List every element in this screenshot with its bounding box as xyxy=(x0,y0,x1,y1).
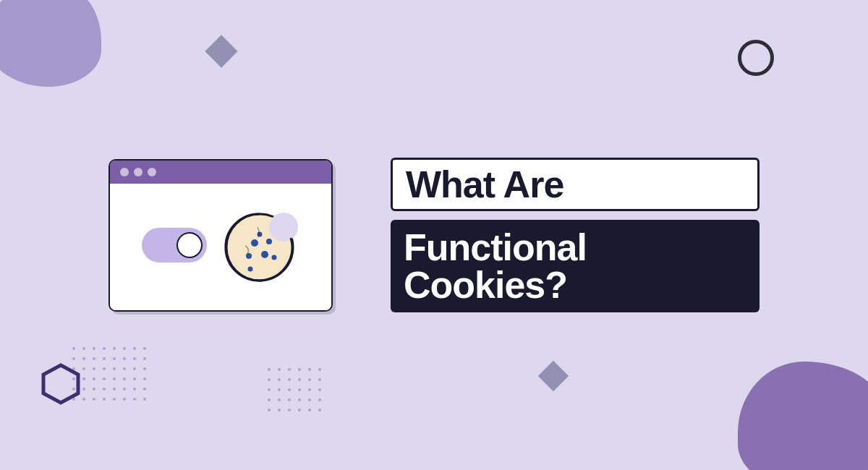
svg-point-9 xyxy=(248,266,253,271)
heading-line1: What Are xyxy=(391,158,760,211)
browser-dot-1 xyxy=(120,168,129,176)
circle-decoration xyxy=(738,40,774,76)
browser-body xyxy=(110,184,331,310)
blob-top-left xyxy=(0,0,101,87)
toggle-track xyxy=(142,228,207,262)
browser-dot-2 xyxy=(134,168,142,176)
browser-illustration xyxy=(109,159,333,312)
dot-grid-left: (function() { const grid = document.quer… xyxy=(72,347,150,405)
browser-titlebar xyxy=(110,161,331,184)
svg-point-5 xyxy=(246,253,252,259)
svg-point-2 xyxy=(269,213,298,242)
svg-point-4 xyxy=(261,251,268,258)
cookie-icon xyxy=(220,205,299,285)
browser-dot-3 xyxy=(148,168,156,176)
main-content: What Are Functional Cookies? xyxy=(109,158,760,312)
dot-grid-right: (function() { const grid = document.quer… xyxy=(268,368,326,416)
heading-section: What Are Functional Cookies? xyxy=(391,158,760,312)
toggle-switch xyxy=(142,228,207,262)
toggle-thumb xyxy=(176,232,203,258)
svg-point-8 xyxy=(272,255,277,260)
svg-point-6 xyxy=(266,239,272,244)
svg-point-3 xyxy=(251,239,258,247)
heading-line2: Functional Cookies? xyxy=(391,220,760,312)
